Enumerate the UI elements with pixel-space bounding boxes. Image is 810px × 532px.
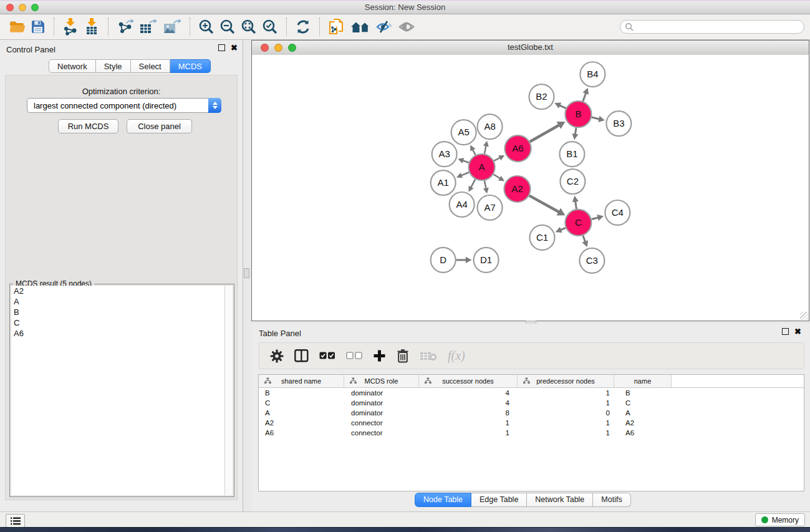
maximize-network-button[interactable] [288, 44, 296, 52]
home-button[interactable] [350, 17, 370, 37]
attribute-type-icon [350, 377, 357, 384]
open-session-button[interactable] [9, 17, 26, 37]
table-cell: connector [344, 419, 419, 427]
tab-edge-table[interactable]: Edge Table [471, 493, 527, 507]
table-row[interactable]: Cdominator41C [259, 398, 804, 408]
float-panel-icon[interactable] [218, 44, 225, 51]
close-network-button[interactable] [261, 44, 269, 52]
run-mcds-button[interactable]: Run MCDS [58, 119, 118, 133]
table-row[interactable]: Adominator80A [259, 408, 804, 418]
hide-panels-button[interactable] [375, 17, 393, 37]
table-cell: 4 [419, 389, 518, 397]
table-row[interactable]: Bdominator41B [259, 388, 804, 398]
float-table-panel-icon[interactable] [782, 328, 789, 335]
column-layout-button[interactable] [294, 349, 309, 362]
export-network-button[interactable] [117, 17, 134, 37]
tab-style[interactable]: Style [96, 59, 131, 73]
column-header-successor-nodes[interactable]: successor nodes [419, 375, 518, 387]
search-input[interactable] [636, 22, 804, 32]
graph-node-label: B [575, 109, 581, 119]
search-icon [625, 22, 634, 31]
mcds-result-group: MCDS result (5 nodes) A2ABCA6 [9, 284, 234, 497]
export-table-button[interactable] [139, 17, 158, 37]
status-bar: Memory [0, 511, 810, 528]
close-table-panel-icon[interactable]: ✖ [794, 328, 801, 335]
tab-network-table[interactable]: Network Table [527, 493, 593, 507]
save-session-button[interactable] [31, 17, 46, 37]
create-column-button[interactable] [373, 349, 386, 362]
zoom-in-button[interactable] [198, 17, 215, 37]
tab-select[interactable]: Select [131, 59, 170, 73]
function-builder-button[interactable]: f(x) [448, 349, 465, 363]
delete-table-button[interactable] [420, 351, 437, 361]
graph-node-label: B1 [566, 148, 577, 159]
result-item[interactable]: A6 [11, 328, 233, 339]
delete-column-button[interactable] [397, 349, 409, 363]
gear-icon [270, 349, 284, 363]
result-item[interactable]: B [11, 307, 233, 317]
memory-label: Memory [772, 516, 799, 525]
splitter-handle-vertical[interactable] [244, 268, 249, 278]
control-panel: Control Panel ✖ NetworkStyleSelectMCDS O… [0, 40, 243, 511]
search-field[interactable] [620, 20, 804, 34]
refresh-icon [295, 19, 311, 35]
zoom-selected-button[interactable] [262, 17, 278, 37]
graph-arrowhead-icon [483, 188, 489, 194]
table-cell: 1 [419, 419, 518, 427]
import-table-button[interactable] [84, 17, 100, 37]
import-network-button[interactable] [62, 17, 79, 37]
table-cell: C [259, 399, 344, 407]
table-row[interactable]: A2connector11A2 [259, 418, 804, 428]
node-table[interactable]: shared nameMCDS rolesuccessor nodesprede… [258, 374, 804, 491]
export-image-button[interactable] [163, 17, 181, 37]
select-all-button[interactable] [319, 352, 335, 360]
graph-node-label: C1 [536, 232, 548, 243]
table-row[interactable]: A6connector11A6 [259, 428, 804, 438]
window-title: Session: New Session [0, 1, 810, 14]
graph-node-label: A [479, 162, 485, 172]
result-item[interactable]: C [11, 317, 233, 328]
zoom-window-button[interactable] [31, 4, 39, 11]
tab-node-table[interactable]: Node Table [415, 493, 471, 507]
column-header-name[interactable]: name [614, 375, 672, 387]
main-region: Control Panel ✖ NetworkStyleSelectMCDS O… [0, 40, 810, 511]
tab-mcds[interactable]: MCDS [170, 59, 211, 73]
tab-network[interactable]: Network [49, 59, 96, 73]
graph-edge-A-A8 [485, 145, 486, 153]
zoom-fit-button[interactable] [241, 17, 257, 37]
table-cell: dominator [344, 409, 419, 417]
memory-button[interactable]: Memory [755, 513, 805, 526]
graph-arrowhead-icon [597, 215, 604, 221]
column-header-shared-name[interactable]: shared name [259, 375, 344, 387]
column-header-MCDS-role[interactable]: MCDS role [344, 375, 419, 387]
close-panel-icon[interactable]: ✖ [231, 44, 238, 51]
table-settings-button[interactable] [270, 349, 284, 363]
column-header-label: predecessor nodes [536, 377, 595, 385]
deselect-all-button[interactable] [346, 352, 362, 360]
close-window-button[interactable] [6, 4, 14, 11]
duplicate-network-button[interactable] [328, 17, 345, 37]
refresh-view-button[interactable] [295, 17, 311, 37]
close-panel-button[interactable]: Close panel [127, 119, 192, 133]
resize-grip-icon[interactable] [800, 312, 808, 320]
criterion-dropdown[interactable]: largest connected component (directed) [27, 98, 221, 113]
tab-motifs[interactable]: Motifs [593, 493, 630, 507]
task-history-button[interactable] [6, 514, 25, 528]
result-item[interactable]: A2 [11, 286, 233, 296]
minimize-window-button[interactable] [19, 4, 26, 11]
zoom-out-icon [219, 19, 236, 35]
table-body: Bdominator41BCdominator41CAdominator80AA… [259, 388, 804, 438]
result-item[interactable]: A [11, 296, 233, 307]
zoom-out-button[interactable] [219, 17, 236, 37]
table-cell: C [614, 399, 672, 407]
graph-node-label: A2 [511, 183, 523, 194]
show-graphics-details-button[interactable] [398, 17, 415, 37]
column-header-predecessor-nodes[interactable]: predecessor nodes [518, 375, 614, 387]
graph-edge-C-C2 [576, 200, 577, 209]
toolbar-separator [319, 17, 320, 36]
column-header-label: MCDS role [365, 377, 398, 385]
eye-icon [398, 19, 415, 34]
result-list-scrollbar[interactable] [224, 286, 233, 495]
minimize-network-button[interactable] [274, 44, 282, 52]
network-canvas[interactable]: AA1A2A3A4A5A6A7A8BB1B2B3B4CC1C2C3C4DD1 [252, 55, 809, 321]
